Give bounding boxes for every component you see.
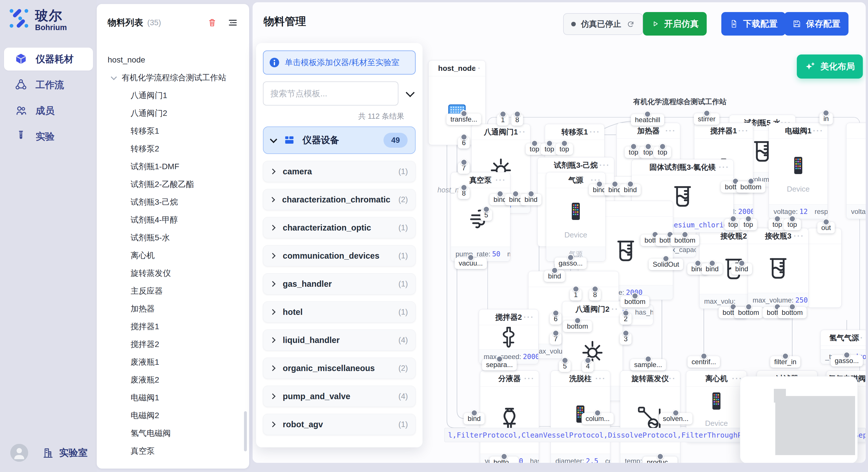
port-pill-bottom[interactable]: bottom bbox=[620, 296, 649, 307]
port-pill-bind[interactable]: bind bbox=[464, 413, 485, 425]
tree-item[interactable]: 废液瓶1 bbox=[97, 353, 247, 371]
sidebar-item-2[interactable]: 成员 bbox=[4, 99, 93, 122]
tree-item[interactable]: 搅拌器2 bbox=[97, 336, 247, 353]
port-pill-bottom[interactable]: bottom bbox=[670, 235, 699, 246]
port-pill-vacuu[interactable]: vacuu... bbox=[455, 258, 487, 269]
port-pill-6[interactable]: 6 bbox=[550, 313, 561, 325]
node-menu-icon[interactable]: ··· bbox=[495, 175, 506, 185]
port-pill-botto[interactable]: botto... bbox=[489, 457, 518, 463]
port-pill-stirrer[interactable]: stirrer bbox=[694, 113, 719, 125]
port-pill-8[interactable]: 8 bbox=[458, 188, 470, 199]
node-menu-icon[interactable]: ··· bbox=[599, 161, 610, 170]
node-menu-icon[interactable]: ··· bbox=[595, 374, 606, 383]
sidebar-item-1[interactable]: 工作流 bbox=[4, 73, 93, 96]
port-pill-bind[interactable]: bind bbox=[731, 263, 752, 275]
port-pill-colum[interactable]: colum... bbox=[582, 413, 614, 425]
tree-item[interactable]: 电磁阀1 bbox=[97, 389, 247, 407]
tree-item[interactable]: 真空泵 bbox=[97, 442, 247, 460]
node-menu-icon[interactable]: ··· bbox=[524, 312, 534, 322]
template-category-organic_miscellaneous[interactable]: organic_miscellaneous(2) bbox=[263, 358, 415, 379]
sidebar-item-lab[interactable]: 实验室 bbox=[41, 446, 88, 460]
port-pill-gasso[interactable]: gasso... bbox=[831, 355, 863, 367]
node-menu-icon[interactable]: ··· bbox=[813, 126, 824, 135]
port-pill-out[interactable]: out bbox=[817, 222, 835, 233]
port-pill-5[interactable]: 5 bbox=[559, 361, 570, 372]
tree-item[interactable]: host_node bbox=[97, 51, 247, 69]
node-menu-icon[interactable]: ··· bbox=[853, 333, 864, 342]
template-category-hotel[interactable]: hotel(1) bbox=[263, 301, 415, 323]
sidebar-item-3[interactable]: 实验 bbox=[4, 125, 93, 148]
tree-item[interactable]: 转移泵2 bbox=[97, 140, 247, 158]
port-pill-bottom[interactable]: bottom bbox=[734, 307, 763, 318]
chevron-down-icon[interactable] bbox=[111, 74, 117, 80]
port-pill-2[interactable]: 2 bbox=[620, 313, 631, 325]
sidebar-item-0[interactable]: 仪器耗材 bbox=[4, 47, 93, 71]
tree-item[interactable]: 转移泵1 bbox=[97, 122, 247, 140]
port-pill-bottom[interactable]: bottom bbox=[736, 181, 765, 193]
port-pill-top[interactable]: top bbox=[739, 219, 757, 230]
port-pill-heatchill[interactable]: heatchill bbox=[631, 114, 664, 126]
template-category-robot_agv[interactable]: robot_agv(1) bbox=[263, 414, 415, 435]
port-pill-top[interactable]: top bbox=[783, 219, 801, 230]
port-pill-8[interactable]: 8 bbox=[589, 289, 601, 301]
node-menu-icon[interactable]: ··· bbox=[524, 374, 535, 383]
port-pill-solven[interactable]: solven... bbox=[659, 413, 692, 425]
template-category-characterization_optic[interactable]: characterization_optic(1) bbox=[263, 217, 415, 238]
port-pill-bind[interactable]: bind bbox=[702, 263, 722, 275]
simulation-status-pill[interactable]: 仿真已停止 bbox=[563, 13, 643, 35]
port-pill-top[interactable]: top bbox=[654, 146, 671, 158]
node-menu-icon[interactable]: ··· bbox=[794, 231, 804, 241]
port-pill-5[interactable]: 5 bbox=[480, 209, 492, 221]
node-menu-icon[interactable]: ··· bbox=[738, 126, 749, 135]
port-pill-in[interactable]: in bbox=[819, 113, 833, 125]
port-pill-6[interactable]: 6 bbox=[458, 137, 470, 148]
node-menu-icon[interactable]: ··· bbox=[608, 305, 619, 314]
port-pill-7[interactable]: 7 bbox=[458, 162, 470, 174]
template-category-gas_handler[interactable]: gas_handler(1) bbox=[263, 273, 415, 295]
node-menu-icon[interactable]: ··· bbox=[665, 374, 676, 383]
port-pill-bottom[interactable]: bottom bbox=[563, 321, 592, 332]
template-category-liquid_handler[interactable]: liquid_handler(4) bbox=[263, 330, 415, 351]
save-config-button[interactable]: 保存配置 bbox=[784, 12, 848, 36]
tree-item[interactable]: 离心机 bbox=[97, 247, 247, 264]
tree-item[interactable]: 氢气电磁阀 bbox=[97, 425, 247, 442]
tree-item[interactable]: 试剂瓶5-水 bbox=[97, 229, 247, 247]
port-pill-3[interactable]: 3 bbox=[620, 333, 631, 345]
tree-item[interactable]: 试剂瓶1-DMF bbox=[97, 158, 247, 175]
port-pill-7[interactable]: 7 bbox=[550, 333, 561, 345]
tree-item[interactable]: 试剂瓶4-甲醇 bbox=[97, 211, 247, 229]
tree-item[interactable]: 八通阀门2 bbox=[97, 104, 247, 122]
canvas-node-接收瓶3[interactable]: 接收瓶3···max_volume:250 bbox=[748, 228, 809, 308]
template-category-communication_devices[interactable]: communication_devices(1) bbox=[263, 245, 415, 266]
refresh-icon[interactable] bbox=[626, 20, 635, 28]
port-pill-4[interactable]: 4 bbox=[582, 361, 594, 372]
trash-icon[interactable] bbox=[207, 17, 218, 28]
port-pill-bottom[interactable]: bottom bbox=[778, 307, 807, 318]
tree-item[interactable]: 主反应器 bbox=[97, 282, 247, 300]
tree-item[interactable]: 试剂瓶3-己烷 bbox=[97, 193, 247, 211]
search-input[interactable] bbox=[263, 81, 398, 105]
tree-item[interactable]: 八通阀门1 bbox=[97, 87, 247, 104]
start-simulation-button[interactable]: 开启仿真 bbox=[643, 12, 707, 36]
port-pill-filterin[interactable]: filter_in bbox=[770, 356, 800, 368]
tree-item[interactable]: 废液瓶2 bbox=[97, 371, 247, 389]
port-pill-centrif[interactable]: centrif... bbox=[687, 356, 720, 368]
avatar[interactable] bbox=[10, 444, 28, 462]
collapse-list-icon[interactable] bbox=[227, 17, 238, 28]
canvas-node-搅拌器2[interactable]: 搅拌器2···max_speed:2000 bbox=[479, 309, 538, 364]
node-menu-icon[interactable]: ··· bbox=[665, 126, 676, 135]
port-pill-produc[interactable]: produc... bbox=[643, 457, 677, 463]
port-pill-separa[interactable]: separa... bbox=[482, 359, 517, 370]
node-menu-icon[interactable]: ··· bbox=[471, 64, 482, 73]
tree-item[interactable]: 电磁阀2 bbox=[97, 407, 247, 425]
port-pill-SolidOut[interactable]: SolidOut bbox=[649, 259, 683, 270]
port-pill-bind[interactable]: bind bbox=[520, 194, 541, 205]
canvas-node-分液器[interactable]: 分液器···volume:250has_phases:true bbox=[480, 370, 539, 463]
category-instruments[interactable]: 仪器设备 49 bbox=[263, 127, 415, 154]
template-category-pump_and_valve[interactable]: pump_and_valve(4) bbox=[263, 386, 415, 407]
beautify-layout-button[interactable]: 美化布局 bbox=[797, 55, 863, 78]
port-pill-1[interactable]: 1 bbox=[497, 114, 508, 126]
canvas-node-电磁阀1[interactable]: 电磁阀1···Devicevoltage:12response_time:0.1 bbox=[769, 123, 828, 219]
port-pill-bind[interactable]: bind bbox=[620, 184, 641, 196]
node-menu-icon[interactable]: ··· bbox=[590, 127, 600, 136]
